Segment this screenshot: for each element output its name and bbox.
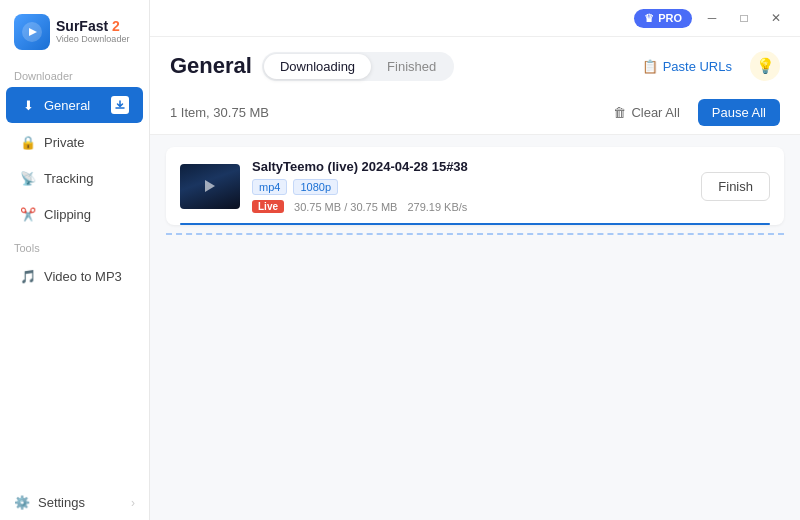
table-row: SaltyTeemo (live) 2024-04-28 15#38 mp4 1…	[166, 147, 784, 225]
format-tag: mp4	[252, 179, 287, 195]
music-icon: 🎵	[20, 268, 36, 284]
titlebar: ♛ PRO ─ □ ✕	[150, 0, 800, 37]
sidebar-item-clipping-label: Clipping	[44, 207, 91, 222]
progress-bar-track	[180, 223, 770, 225]
logo-area: SurFast 2 Video Downloader	[0, 0, 149, 60]
tab-group: Downloading Finished	[262, 52, 454, 81]
pro-crown-icon: ♛	[644, 12, 654, 25]
item-count: 1 Item, 30.75 MB	[170, 105, 269, 120]
maximize-button[interactable]: □	[732, 6, 756, 30]
close-button[interactable]: ✕	[764, 6, 788, 30]
live-badge: Live	[252, 200, 284, 213]
action-buttons: 🗑 Clear All Pause All	[603, 99, 780, 126]
quality-tag: 1080p	[293, 179, 338, 195]
pro-badge-label: PRO	[658, 12, 682, 24]
general-badge-icon	[111, 96, 129, 114]
page-title: General	[170, 53, 252, 79]
size-total: 30.75 MB	[350, 201, 397, 213]
pro-badge: ♛ PRO	[634, 9, 692, 28]
item-title: SaltyTeemo (live) 2024-04-28 15#38	[252, 159, 689, 174]
sidebar: SurFast 2 Video Downloader Downloader ⬇ …	[0, 0, 150, 520]
sub-header: 1 Item, 30.75 MB 🗑 Clear All Pause All	[150, 91, 800, 135]
lock-icon: 🔒	[20, 134, 36, 150]
logo-text: SurFast 2 Video Downloader	[56, 19, 129, 44]
item-meta: Live 30.75 MB / 30.75 MB 279.19 KB/s	[252, 200, 689, 213]
trash-icon: 🗑	[613, 105, 626, 120]
progress-bar-fill	[180, 223, 770, 225]
size-info: 30.75 MB / 30.75 MB	[294, 201, 397, 213]
main-content: ♛ PRO ─ □ ✕ General Downloading Finished…	[150, 0, 800, 520]
settings-item[interactable]: ⚙️ Settings ›	[0, 485, 149, 520]
title-area: General Downloading Finished	[170, 52, 454, 81]
app-subtitle: Video Downloader	[56, 35, 129, 45]
sidebar-item-tracking[interactable]: 📡 Tracking	[6, 161, 143, 195]
clear-all-label: Clear All	[631, 105, 679, 120]
sidebar-item-general-label: General	[44, 98, 90, 113]
progress-bar-container	[180, 223, 770, 225]
tab-finished[interactable]: Finished	[371, 54, 452, 79]
sidebar-item-video-to-mp3-label: Video to MP3	[44, 269, 122, 284]
tracking-icon: 📡	[20, 170, 36, 186]
size-current: 30.75 MB	[294, 201, 341, 213]
sidebar-item-clipping[interactable]: ✂️ Clipping	[6, 197, 143, 231]
app-version: 2	[112, 18, 120, 34]
sidebar-item-tracking-label: Tracking	[44, 171, 93, 186]
download-icon: ⬇	[20, 97, 36, 113]
paste-urls-label: Paste URLs	[663, 59, 732, 74]
speed-info: 279.19 KB/s	[407, 201, 467, 213]
thumb-inner	[180, 164, 240, 209]
item-info: SaltyTeemo (live) 2024-04-28 15#38 mp4 1…	[252, 159, 689, 213]
tab-downloading[interactable]: Downloading	[264, 54, 371, 79]
lightbulb-button[interactable]: 💡	[750, 51, 780, 81]
pause-all-button[interactable]: Pause All	[698, 99, 780, 126]
paste-urls-button[interactable]: 📋 Paste URLs	[634, 55, 740, 78]
finish-button[interactable]: Finish	[701, 172, 770, 201]
settings-left: ⚙️ Settings	[14, 495, 85, 510]
header-actions: 📋 Paste URLs 💡	[634, 51, 780, 81]
download-list: SaltyTeemo (live) 2024-04-28 15#38 mp4 1…	[150, 135, 800, 520]
paste-icon: 📋	[642, 59, 658, 74]
clear-all-button[interactable]: 🗑 Clear All	[603, 100, 689, 125]
downloader-section-label: Downloader	[0, 60, 149, 86]
content-header: General Downloading Finished 📋 Paste URL…	[150, 37, 800, 91]
sidebar-item-general[interactable]: ⬇ General	[6, 87, 143, 123]
settings-gear-icon: ⚙️	[14, 495, 30, 510]
minimize-button[interactable]: ─	[700, 6, 724, 30]
app-name: SurFast 2	[56, 19, 129, 34]
play-icon	[205, 180, 215, 192]
sidebar-item-video-to-mp3[interactable]: 🎵 Video to MP3	[6, 259, 143, 293]
settings-chevron-icon: ›	[131, 496, 135, 510]
clipping-icon: ✂️	[20, 206, 36, 222]
tools-section-label: Tools	[0, 232, 149, 258]
settings-label: Settings	[38, 495, 85, 510]
sidebar-item-private-label: Private	[44, 135, 84, 150]
app-logo-icon	[14, 14, 50, 50]
sidebar-item-private[interactable]: 🔒 Private	[6, 125, 143, 159]
dashed-separator	[166, 233, 784, 235]
thumbnail	[180, 164, 240, 209]
item-tags: mp4 1080p	[252, 179, 689, 195]
